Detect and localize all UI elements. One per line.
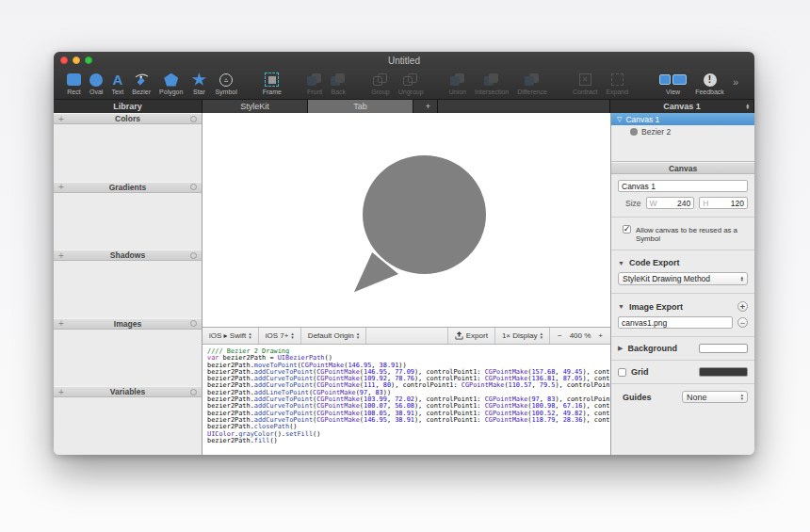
language-dropdown[interactable]: iOS ▸ Swift ▴▾ <box>202 328 259 344</box>
height-field[interactable]: H 120 <box>699 197 748 209</box>
expand-button[interactable]: Expand <box>606 69 628 99</box>
rect-icon <box>67 72 81 88</box>
frame-icon <box>265 72 279 88</box>
toolbar-overflow-chevron[interactable]: » <box>733 73 738 88</box>
image-export-filename-field[interactable] <box>618 316 733 329</box>
chevron-updown-icon: ▴▾ <box>357 332 360 339</box>
remove-image-export-button[interactable]: − <box>737 317 748 328</box>
library-section-gradients: + Gradients <box>54 182 202 250</box>
contract-icon: ✕ <box>579 72 591 88</box>
feedback-button[interactable]: ! Feedback <box>695 69 724 99</box>
disclosure-open-icon[interactable]: ▽ <box>617 116 622 123</box>
origin-dropdown[interactable]: Default Origin ▴▾ <box>301 328 366 344</box>
shape-thumbnail-icon <box>630 128 638 136</box>
code-export-dropdown[interactable]: StyleKit Drawing Method ▴▾ <box>618 272 748 285</box>
code-line: bezier2Path.fill() <box>207 438 610 444</box>
intersection-icon <box>484 72 499 88</box>
polygon-tool-button[interactable]: Polygon <box>159 69 183 99</box>
display-scale-dropdown[interactable]: 1× Display ▴▾ <box>495 328 550 344</box>
feedback-icon: ! <box>704 72 717 88</box>
symbol-tool-button[interactable]: ▵ Symbol <box>215 69 236 99</box>
text-tool-button[interactable]: A Text <box>111 69 123 99</box>
colors-list[interactable] <box>54 124 202 182</box>
difference-icon <box>525 72 540 88</box>
width-field[interactable]: W 240 <box>646 197 695 209</box>
add-image-export-button[interactable]: + <box>737 301 748 312</box>
toolbar: Rect Oval A Text Bezier Polygon Star ▵ S… <box>54 69 754 100</box>
section-title: Shadows <box>54 250 202 260</box>
symbol-reuse-label: Allow canvas to be reused as a Symbol <box>636 225 748 243</box>
chevron-updown-icon: ▴▾ <box>540 332 543 339</box>
section-title: Gradients <box>54 183 202 192</box>
shadows-list[interactable] <box>54 261 202 318</box>
layer-row-canvas1[interactable]: ▽ Canvas 1 <box>611 113 754 125</box>
image-export-section[interactable]: ▼ Image Export + <box>611 296 754 314</box>
zoom-in-button[interactable]: + <box>598 331 603 340</box>
contract-button[interactable]: ✕ Contract <box>573 69 597 99</box>
background-color-swatch[interactable] <box>699 344 748 353</box>
ungroup-icon <box>403 72 418 88</box>
symbol-icon: ▵ <box>219 72 233 88</box>
grid-checkbox[interactable] <box>618 368 626 377</box>
chevron-updown-icon: ▴▾ <box>740 394 743 400</box>
library-section-colors: + Colors <box>54 113 202 182</box>
titlebar: Untitled <box>54 52 754 69</box>
frame-tool-button[interactable]: Frame <box>263 69 282 99</box>
library-panel-header: Library <box>54 100 202 113</box>
symbol-reuse-checkbox[interactable]: ✓ <box>623 225 631 234</box>
library-section-variables: + Variables <box>54 386 202 455</box>
tab-row: Library StyleKit Tab + Canvas 1 ▴▾ <box>54 100 754 113</box>
grid-color-swatch[interactable] <box>699 367 748 377</box>
app-window: Untitled Rect Oval A Text Bezier Polygon… <box>54 52 754 455</box>
oval-icon <box>89 72 103 88</box>
layer-row-bezier2[interactable]: Bezier 2 <box>611 125 754 137</box>
images-list[interactable] <box>54 330 202 387</box>
zoom-out-button[interactable]: − <box>558 331 562 340</box>
library-panel: + Colors + Gradients + Shadows <box>54 113 202 455</box>
difference-button[interactable]: Difference <box>517 69 547 99</box>
front-button[interactable]: Front <box>307 69 322 99</box>
editor-area: iOS ▸ Swift ▴▾ iOS 7+ ▴▾ Default Origin … <box>202 113 610 455</box>
back-button[interactable]: Back <box>331 69 346 99</box>
ungroup-button[interactable]: Ungroup <box>398 69 424 99</box>
platform-dropdown[interactable]: iOS 7+ ▴▾ <box>259 328 301 344</box>
generated-code-view[interactable]: //// Bezier 2 Drawingvar bezier2Path = U… <box>202 345 610 455</box>
inspector-header-stepper-icon[interactable]: ▴▾ <box>746 104 749 110</box>
zoom-level: 400 % <box>570 331 591 340</box>
add-tab-button[interactable]: + <box>413 100 438 113</box>
variables-list[interactable] <box>54 397 202 455</box>
background-row[interactable]: ▶ Background <box>611 339 754 358</box>
section-title: Images <box>54 319 202 329</box>
drawing-canvas[interactable] <box>202 113 610 328</box>
code-toolbar: iOS ▸ Swift ▴▾ iOS 7+ ▴▾ Default Origin … <box>202 328 610 345</box>
union-icon <box>450 72 465 88</box>
bezier-tool-button[interactable]: Bezier <box>132 69 151 99</box>
canvas-section-header: Canvas <box>611 162 754 174</box>
group-button[interactable]: Group <box>371 69 389 99</box>
grid-row[interactable]: Grid <box>611 363 754 381</box>
view-button[interactable]: View <box>659 69 687 99</box>
union-button[interactable]: Union <box>449 69 466 99</box>
speech-bubble-shape[interactable] <box>363 155 486 274</box>
tab-stylekit[interactable]: StyleKit <box>202 100 308 113</box>
star-tool-button[interactable]: Star <box>191 69 206 99</box>
disclosure-open-icon[interactable]: ▼ <box>618 303 624 310</box>
view-icon <box>659 72 687 88</box>
section-title: Colors <box>54 114 202 123</box>
tab-tab-active[interactable]: Tab <box>308 100 413 113</box>
intersection-button[interactable]: Intersection <box>475 69 509 99</box>
guides-row: Guides None ▴▾ <box>611 386 754 408</box>
group-icon <box>373 72 388 88</box>
code-export-section[interactable]: ▼ Code Export <box>611 252 754 270</box>
oval-tool-button[interactable]: Oval <box>89 69 103 99</box>
inspector-panel: ▽ Canvas 1 Bezier 2 Canvas Size W 240 <box>610 113 754 455</box>
chevron-updown-icon: ▴▾ <box>291 332 294 339</box>
size-label: Size <box>625 199 641 208</box>
rect-tool-button[interactable]: Rect <box>67 69 81 99</box>
gradients-list[interactable] <box>54 193 202 250</box>
canvas-name-field[interactable] <box>618 180 748 192</box>
guides-dropdown[interactable]: None ▴▾ <box>682 391 748 403</box>
export-button[interactable]: Export <box>448 328 495 344</box>
disclosure-closed-icon[interactable]: ▶ <box>618 345 623 352</box>
disclosure-open-icon[interactable]: ▼ <box>618 260 624 266</box>
